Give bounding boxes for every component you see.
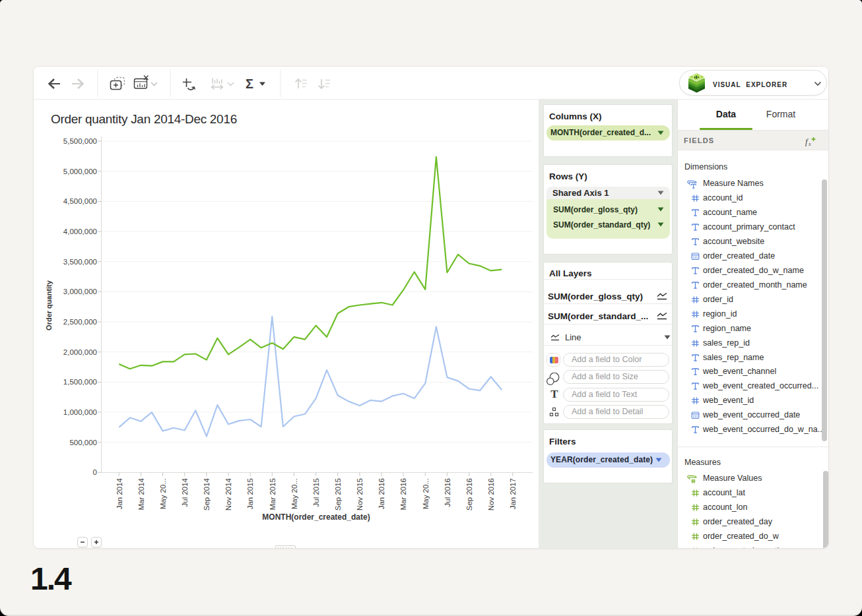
svg-text:500,000: 500,000 [69,439,97,447]
svg-text:Jan 2014: Jan 2014 [116,477,123,509]
svg-text:2,000,000: 2,000,000 [63,348,97,356]
svg-text:May 20...: May 20... [159,478,167,509]
svg-text:Nov 2014: Nov 2014 [224,477,232,510]
svg-text:MONTH(order_created_date): MONTH(order_created_date) [262,512,370,522]
svg-text:Nov 2016: Nov 2016 [487,478,495,510]
svg-text:Jan 2015: Jan 2015 [246,478,254,509]
svg-text:3,000,000: 3,000,000 [63,288,97,295]
svg-text:x: x [808,141,811,147]
svg-text:2,500,000: 2,500,000 [63,318,97,326]
svg-text:Jul 2015: Jul 2015 [312,478,320,507]
svg-text:Jul 2016: Jul 2016 [444,478,451,507]
svg-text:3,500,000: 3,500,000 [63,258,97,266]
svg-text:0: 0 [93,468,97,476]
svg-text:Mar 2014: Mar 2014 [137,477,145,510]
svg-text:Sep 2014: Sep 2014 [203,477,211,510]
svg-text:5,000,000: 5,000,000 [63,168,97,175]
svg-text:Order quantity Jan 2014-Dec 20: Order quantity Jan 2014-Dec 2016 [51,112,237,126]
svg-text:Jan 2016: Jan 2016 [378,478,385,509]
svg-text:May 20...: May 20... [422,478,430,509]
svg-text:1,500,000: 1,500,000 [63,378,97,386]
svg-text:Jul 2014: Jul 2014 [181,477,189,507]
svg-text:Mar 2016: Mar 2016 [399,478,407,510]
svg-text:Mar 2015: Mar 2015 [269,478,277,510]
svg-text:1,000,000: 1,000,000 [63,408,97,416]
svg-text:Jan 2017: Jan 2017 [509,478,517,509]
svg-text:May 20...: May 20... [290,478,298,509]
svg-text:Sep 2016: Sep 2016 [465,478,473,510]
svg-text:4,500,000: 4,500,000 [63,197,97,205]
svg-text:Nov 2015: Nov 2015 [356,478,364,510]
svg-text:4,000,000: 4,000,000 [63,228,97,235]
svg-text:5,500,000: 5,500,000 [63,137,97,145]
svg-text:Σ: Σ [246,77,253,91]
svg-text:Order quantity: Order quantity [45,280,53,330]
svg-text:Sep 2015: Sep 2015 [334,478,342,510]
